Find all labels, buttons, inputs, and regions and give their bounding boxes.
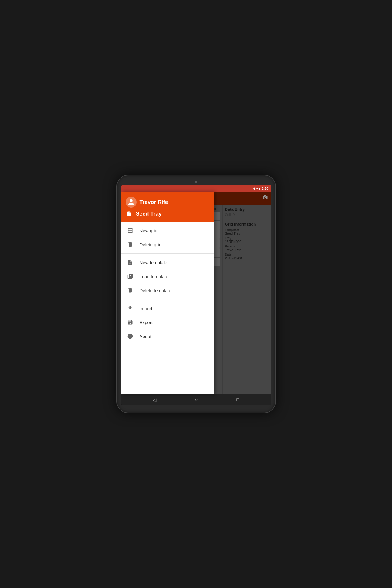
menu-section-template: New template Load template	[121, 254, 214, 299]
device: ✱ ▾ ▮ 2:20	[117, 175, 275, 413]
new-grid-icon	[127, 227, 134, 234]
bottom-nav: ◁ ○ □	[121, 394, 271, 405]
about-icon	[127, 333, 134, 340]
menu-item-delete-template[interactable]: Delete template	[121, 283, 214, 297]
load-template-icon	[127, 273, 134, 280]
new-grid-label: New grid	[140, 228, 158, 233]
delete-grid-label: Delete grid	[140, 242, 162, 247]
menu-item-export[interactable]: Export	[121, 315, 214, 329]
menu-item-delete-grid[interactable]: Delete grid	[121, 237, 214, 251]
user-name: Trevor Rife	[140, 199, 168, 206]
drawer-header: Trevor Rife Seed Tray	[121, 192, 214, 222]
wifi-icon: ▾	[256, 187, 258, 190]
load-template-label: Load template	[140, 274, 168, 279]
app-content: 7 8	[121, 192, 271, 394]
new-template-label: New template	[140, 260, 168, 265]
back-button[interactable]: ◁	[153, 397, 156, 403]
menu-section-grid: New grid Delete grid	[121, 222, 214, 254]
delete-template-icon	[127, 287, 134, 294]
export-label: Export	[140, 320, 153, 325]
export-icon	[127, 319, 134, 326]
screen: ✱ ▾ ▮ 2:20	[121, 185, 271, 405]
about-label: About	[140, 334, 151, 339]
menu-item-new-template[interactable]: New template	[121, 255, 214, 269]
drawer-body: New grid Delete grid	[121, 222, 214, 394]
menu-item-import[interactable]: Import	[121, 301, 214, 315]
template-name: Seed Tray	[136, 211, 162, 217]
import-icon	[127, 305, 134, 312]
user-avatar	[126, 197, 137, 208]
template-row: Seed Tray	[126, 210, 210, 217]
front-camera	[195, 181, 197, 183]
menu-item-about[interactable]: About	[121, 329, 214, 343]
status-bar: ✱ ▾ ▮ 2:20	[121, 185, 271, 192]
menu-item-new-grid[interactable]: New grid	[121, 223, 214, 237]
menu-section-misc: Import Export	[121, 299, 214, 345]
nav-drawer: Trevor Rife Seed Tray	[121, 192, 214, 394]
battery-icon: ▮	[259, 187, 261, 190]
new-template-icon	[127, 259, 134, 266]
bluetooth-icon: ✱	[253, 187, 255, 190]
recents-button[interactable]: □	[236, 397, 239, 403]
delete-template-label: Delete template	[140, 288, 172, 293]
status-time: 2:20	[262, 187, 268, 190]
home-button[interactable]: ○	[195, 397, 198, 403]
template-doc-icon	[126, 210, 133, 217]
user-row: Trevor Rife	[126, 197, 210, 208]
delete-grid-icon	[127, 241, 134, 248]
import-label: Import	[140, 306, 153, 311]
status-icons: ✱ ▾ ▮ 2:20	[253, 187, 268, 190]
menu-item-load-template[interactable]: Load template	[121, 269, 214, 283]
